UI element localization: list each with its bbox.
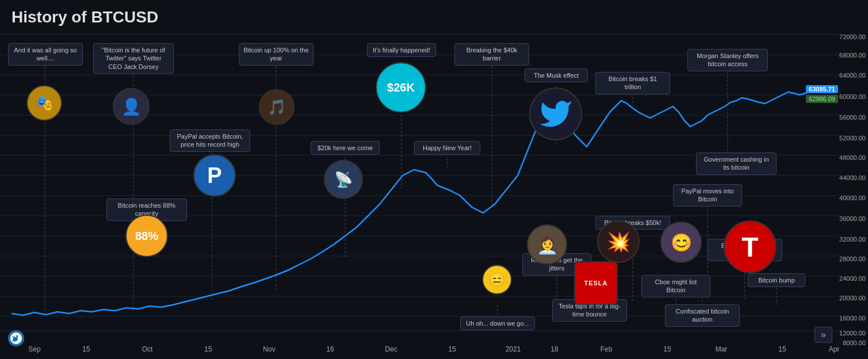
y-label-56000: 56000.00 [839, 114, 866, 121]
annotation-down: Uh oh... down we go... [460, 316, 535, 330]
x-label-2021: 2021 [506, 345, 521, 353]
y-label-28000: 28000.00 [839, 255, 866, 262]
y-label-48000: 48000.00 [839, 154, 866, 161]
annotation-finally: It's finally happened! [367, 43, 436, 57]
y-label-24000: 24000.00 [839, 275, 866, 282]
x-label-15b: 15 [204, 345, 212, 353]
icon-going-well: 🎭 [26, 85, 62, 121]
y-label-16000: 16000.00 [839, 315, 866, 322]
nav-next-button[interactable]: » [815, 327, 832, 343]
x-label-mar: Mar [716, 345, 728, 353]
annotation-100pct: Bitcoin up 100% on the year [239, 43, 313, 66]
x-label-feb: Feb [601, 345, 613, 353]
annotation-confiscated: Confiscated bitcoin auction [665, 304, 740, 327]
y-label-64000: 64000.00 [839, 72, 866, 79]
y-label-12000: 12000.00 [839, 330, 866, 337]
annotation-20k: $20k here we come [311, 141, 380, 155]
annotation-40k: Breaking the $40k barrier [454, 43, 529, 66]
annotation-paypal-accepts: PayPal accepts Bitcoin, price hits recor… [170, 129, 250, 152]
icon-regulators: 👩‍💼 [527, 224, 567, 265]
icon-88pct: 88% [125, 215, 168, 257]
annotation-paypal-moves: PayPal moves into Bitcoin [673, 184, 742, 207]
chart-container: History of BTCUSD [0, 0, 868, 359]
icon-20k: 📡 [324, 160, 363, 199]
y-label-44000: 44000.00 [839, 174, 866, 181]
icon-musk-effect [529, 87, 582, 140]
x-label-16: 16 [326, 345, 334, 353]
y-label-72000: 72000.00 [839, 33, 866, 40]
y-label-32000: 32000.00 [839, 236, 866, 243]
x-label-15a: 15 [82, 345, 90, 353]
icon-tesla-bounce: TESLA [574, 261, 618, 305]
y-label-20000: 20000.00 [839, 295, 866, 301]
icon-dorsey: 👤 [113, 88, 150, 125]
y-label-68000: 68000.00 [839, 52, 866, 59]
x-label-15e: 15 [778, 345, 786, 353]
x-label-15d: 15 [663, 345, 671, 353]
icon-teslas-buy: T [724, 220, 777, 273]
x-label-apr: Apr [829, 345, 840, 353]
icon-100pct: 🎵 [259, 89, 295, 125]
annotation-musk-effect: The Musk effect [525, 68, 588, 82]
current-price-low: 62986.09 [806, 95, 838, 103]
icon-50k: 💥 [597, 220, 640, 263]
y-label-36000: 36000.00 [839, 215, 866, 222]
y-label-52000: 52000.00 [839, 135, 866, 142]
annotation-govt-cashing: Government cashing in its bitcoin [696, 152, 777, 175]
x-label-sep: Sep [28, 345, 40, 353]
icon-paypal-moves: 😊 [660, 221, 702, 263]
annotation-going-well: And it was all going so well.... [8, 43, 83, 66]
btc-logo [8, 330, 24, 346]
annotation-morgan-stanley: Morgan Stanley offers bitcoin access [687, 49, 768, 71]
annotation-cboe: Cboe might list Bitcoin [641, 275, 710, 297]
x-label-dec: Dec [385, 345, 397, 353]
icon-paypal-accepts: P [193, 154, 236, 197]
annotation-bitcoin-bump: Bitcoin bump [748, 273, 805, 287]
icon-26k: $26K [376, 62, 426, 113]
x-label-oct: Oct [142, 345, 153, 353]
annotation-dorsey: "Bitcoin is the future of Twitter" says … [93, 43, 174, 74]
y-label-60000: 60000.00 [839, 93, 866, 100]
icon-down: 😑 [482, 265, 512, 295]
x-label-nov: Nov [263, 345, 275, 353]
annotation-1trillion: Bitcoin breaks $1 trillion [595, 72, 670, 94]
annotation-happy-new-year: Happy New Year! [414, 141, 480, 155]
x-label-18: 18 [550, 345, 558, 353]
current-price-high: 63085.71 [806, 85, 838, 93]
y-label-40000: 40000.00 [839, 194, 866, 201]
y-label-8000: 8000.00 [843, 339, 866, 346]
x-label-15c: 15 [448, 345, 456, 353]
